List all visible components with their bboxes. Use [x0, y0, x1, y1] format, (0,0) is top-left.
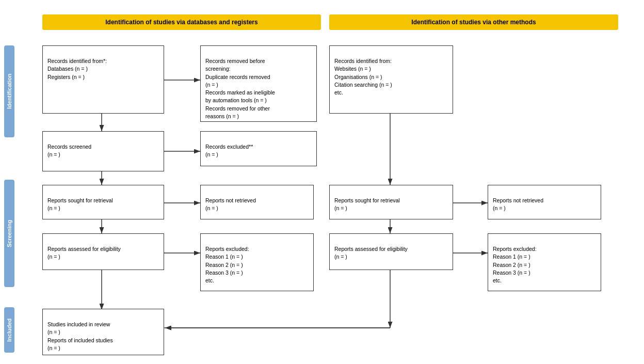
section-identification: Identification: [4, 45, 14, 137]
other-reports-excluded-box: Reports excluded: Reason 1 (n = ) Reason…: [488, 233, 601, 291]
other-assessed-box: Reports assessed for eligibility (n = ): [329, 233, 453, 270]
included-box: Studies included in review (n = ) Report…: [42, 309, 164, 355]
db-assessed-box: Reports assessed for eligibility (n = ): [42, 233, 164, 270]
header-other: Identification of studies via other meth…: [329, 14, 618, 30]
db-removed-box: Records removed before screening: Duplic…: [200, 45, 317, 122]
db-not-retrieved-box: Reports not retrieved (n = ): [200, 185, 314, 219]
header-databases: Identification of studies via databases …: [42, 14, 321, 30]
other-sought-box: Reports sought for retrieval (n = ): [329, 185, 453, 219]
diagram-container: Identification Screening Included Identi…: [0, 0, 644, 364]
other-identified-box: Records identified from: Websites (n = )…: [329, 45, 453, 114]
db-excluded-box: Records excluded** (n = ): [200, 131, 317, 166]
db-reports-excluded-box: Reports excluded: Reason 1 (n = ) Reason…: [200, 233, 314, 291]
db-screened-box: Records screened (n = ): [42, 131, 164, 171]
section-included: Included: [4, 307, 14, 353]
section-screening: Screening: [4, 180, 14, 287]
db-sought-box: Reports sought for retrieval (n = ): [42, 185, 164, 219]
db-identified-box: Records identified from*: Databases (n =…: [42, 45, 164, 114]
other-not-retrieved-box: Reports not retrieved (n = ): [488, 185, 601, 219]
